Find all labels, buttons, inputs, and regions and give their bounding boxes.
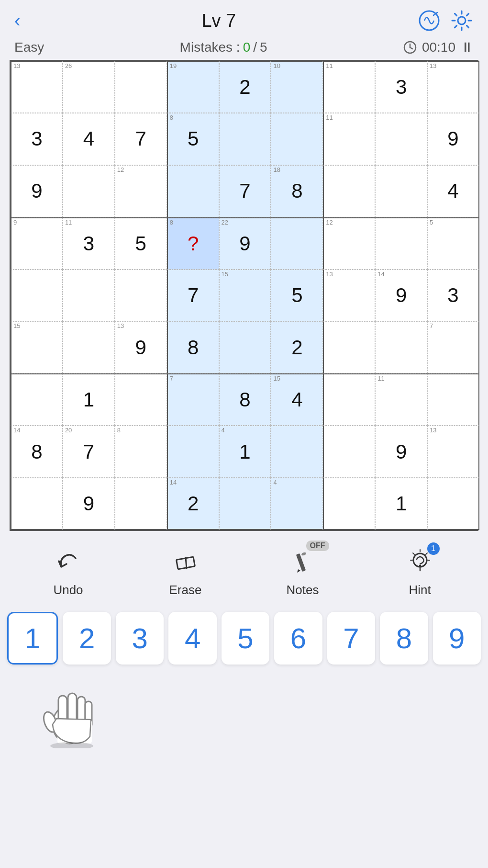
cell-0-6[interactable]: 11 xyxy=(323,61,375,113)
cell-8-0[interactable] xyxy=(11,478,63,530)
cell-1-6[interactable]: 11 xyxy=(323,113,375,165)
undo-button[interactable]: Undo xyxy=(52,545,85,597)
cell-8-7[interactable]: 1 xyxy=(375,478,427,530)
cell-4-1[interactable] xyxy=(63,270,115,322)
cell-8-1[interactable]: 9 xyxy=(63,478,115,530)
numpad-2[interactable]: 2 xyxy=(63,612,111,665)
numpad-7[interactable]: 7 xyxy=(327,612,375,665)
cell-8-2[interactable] xyxy=(115,478,167,530)
cell-8-8[interactable] xyxy=(427,478,479,530)
cell-6-3[interactable]: 7 xyxy=(167,373,219,426)
cell-3-3[interactable]: 8? xyxy=(167,217,219,270)
cell-2-5[interactable]: 188 xyxy=(271,165,323,217)
cell-value-5-3: 8 xyxy=(188,336,199,359)
back-button[interactable]: ‹ xyxy=(14,11,21,30)
cell-2-1[interactable] xyxy=(63,165,115,217)
cell-6-0[interactable] xyxy=(11,373,63,426)
cell-0-1[interactable]: 26 xyxy=(63,61,115,113)
cell-2-0[interactable]: 9 xyxy=(11,165,63,217)
cell-5-8[interactable]: 7 xyxy=(427,321,479,373)
cell-4-8[interactable]: 3 xyxy=(427,270,479,322)
cell-7-4[interactable]: 41 xyxy=(219,426,271,478)
cell-3-4[interactable]: 229 xyxy=(219,217,271,270)
numpad-9[interactable]: 9 xyxy=(433,612,481,665)
cell-0-8[interactable]: 13 xyxy=(427,61,479,113)
cell-1-1[interactable]: 4 xyxy=(63,113,115,165)
cell-4-4[interactable]: 15 xyxy=(219,270,271,322)
cell-0-3[interactable]: 19 xyxy=(167,61,219,113)
cell-0-4[interactable]: 2 xyxy=(219,61,271,113)
pause-button[interactable]: ⏸ xyxy=(460,39,474,55)
cell-8-5[interactable]: 4 xyxy=(271,478,323,530)
cell-6-7[interactable]: 11 xyxy=(375,373,427,426)
cell-7-1[interactable]: 207 xyxy=(63,426,115,478)
cell-6-6[interactable] xyxy=(323,373,375,426)
cell-4-2[interactable] xyxy=(115,270,167,322)
numpad-5[interactable]: 5 xyxy=(222,612,269,665)
cell-8-6[interactable] xyxy=(323,478,375,530)
svg-point-2 xyxy=(458,17,466,24)
cell-3-6[interactable]: 12 xyxy=(323,217,375,270)
cell-0-2[interactable] xyxy=(115,61,167,113)
cell-7-7[interactable]: 9 xyxy=(375,426,427,478)
cell-8-4[interactable] xyxy=(219,478,271,530)
cell-2-8[interactable]: 4 xyxy=(427,165,479,217)
cell-2-2[interactable]: 12 xyxy=(115,165,167,217)
cell-2-4[interactable]: 7 xyxy=(219,165,271,217)
cell-2-3[interactable] xyxy=(167,165,219,217)
cell-0-0[interactable]: 13 xyxy=(11,61,63,113)
cell-7-3[interactable] xyxy=(167,426,219,478)
cell-1-0[interactable]: 3 xyxy=(11,113,63,165)
cell-3-0[interactable]: 9 xyxy=(11,217,63,270)
cell-1-5[interactable] xyxy=(271,113,323,165)
palette-icon[interactable] xyxy=(417,9,441,33)
cell-0-7[interactable]: 3 xyxy=(375,61,427,113)
cell-0-5[interactable]: 10 xyxy=(271,61,323,113)
cell-1-2[interactable]: 7 xyxy=(115,113,167,165)
cell-5-4[interactable] xyxy=(219,321,271,373)
cell-4-7[interactable]: 149 xyxy=(375,270,427,322)
numpad-8[interactable]: 8 xyxy=(380,612,428,665)
cell-5-2[interactable]: 139 xyxy=(115,321,167,373)
cell-2-6[interactable] xyxy=(323,165,375,217)
numpad-3[interactable]: 3 xyxy=(116,612,164,665)
cell-7-5[interactable] xyxy=(271,426,323,478)
cell-6-2[interactable] xyxy=(115,373,167,426)
cell-1-7[interactable] xyxy=(375,113,427,165)
cell-6-4[interactable]: 8 xyxy=(219,373,271,426)
cell-5-3[interactable]: 8 xyxy=(167,321,219,373)
cell-7-2[interactable]: 8 xyxy=(115,426,167,478)
cell-7-0[interactable]: 148 xyxy=(11,426,63,478)
notes-button[interactable]: OFF Notes xyxy=(286,545,320,597)
cell-5-7[interactable] xyxy=(375,321,427,373)
numpad-6[interactable]: 6 xyxy=(274,612,322,665)
cell-4-5[interactable]: 5 xyxy=(271,270,323,322)
cell-8-3[interactable]: 142 xyxy=(167,478,219,530)
cell-5-6[interactable] xyxy=(323,321,375,373)
settings-icon[interactable] xyxy=(450,9,474,33)
cell-7-8[interactable]: 13 xyxy=(427,426,479,478)
cell-6-1[interactable]: 1 xyxy=(63,373,115,426)
cell-1-4[interactable] xyxy=(219,113,271,165)
cell-2-7[interactable] xyxy=(375,165,427,217)
cell-7-6[interactable] xyxy=(323,426,375,478)
cell-5-1[interactable] xyxy=(63,321,115,373)
numpad-1[interactable]: 1 xyxy=(7,612,58,665)
cell-3-2[interactable]: 5 xyxy=(115,217,167,270)
cell-4-3[interactable]: 7 xyxy=(167,270,219,322)
cell-3-7[interactable] xyxy=(375,217,427,270)
erase-button[interactable]: Erase xyxy=(169,545,202,597)
cell-1-3[interactable]: 85 xyxy=(167,113,219,165)
cell-5-0[interactable]: 15 xyxy=(11,321,63,373)
cell-3-1[interactable]: 113 xyxy=(63,217,115,270)
cell-1-8[interactable]: 9 xyxy=(427,113,479,165)
cell-4-6[interactable]: 13 xyxy=(323,270,375,322)
cell-3-5[interactable] xyxy=(271,217,323,270)
cell-4-0[interactable] xyxy=(11,270,63,322)
cell-6-8[interactable] xyxy=(427,373,479,426)
cell-6-5[interactable]: 154 xyxy=(271,373,323,426)
cell-3-8[interactable]: 5 xyxy=(427,217,479,270)
hint-button[interactable]: 1 Hint xyxy=(403,545,437,597)
cell-5-5[interactable]: 2 xyxy=(271,321,323,373)
numpad-4[interactable]: 4 xyxy=(168,612,216,665)
